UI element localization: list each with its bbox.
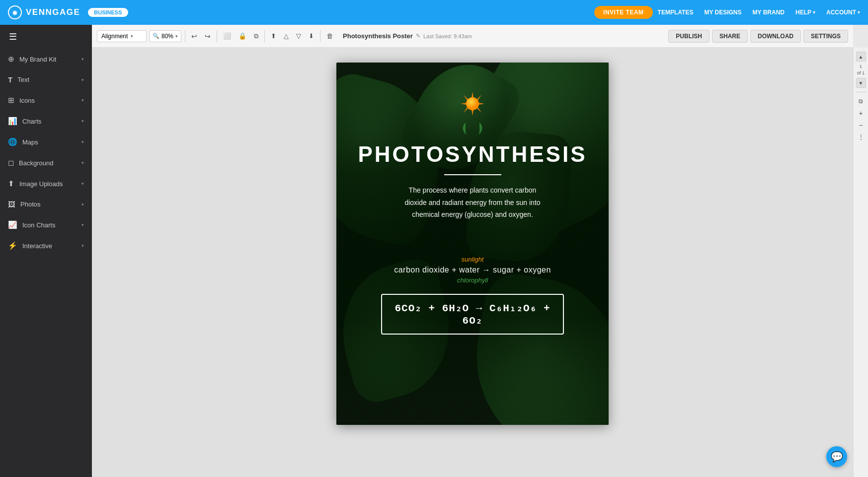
move-up-button[interactable]: △ <box>281 30 291 42</box>
alignment-select[interactable]: Alignment ▾ <box>97 30 147 42</box>
photos-icon: 🖼 <box>8 200 15 208</box>
sidebar-item-label-interactive: Interactive <box>22 242 52 250</box>
sidebar-menu-button[interactable]: ☰ <box>0 25 92 49</box>
sidebar-item-image-uploads[interactable]: ⬆ Image Uploads ▾ <box>0 173 92 194</box>
doc-title-area: Photosynthesis Poster ✎ Last Saved: 9:43… <box>343 32 472 40</box>
sidebar-item-icons[interactable]: ⊞ Icons ▾ <box>0 90 92 111</box>
logo-icon: ◉ <box>8 5 22 19</box>
nav-my-designs[interactable]: MY DESIGNS <box>704 9 741 16</box>
frame-button[interactable]: ⬜ <box>221 30 234 42</box>
more-options-button[interactable]: ⋮ <box>856 132 866 142</box>
background-icon: ◻ <box>8 158 14 167</box>
nav-my-brand[interactable]: MY BRAND <box>753 9 785 16</box>
leaf-right-svg <box>473 122 484 136</box>
charts-chevron-icon: ▾ <box>81 119 84 124</box>
share-button[interactable]: SHARE <box>712 30 748 43</box>
sidebar-item-icon-charts[interactable]: 📈 Icon Charts ▾ <box>0 214 92 235</box>
lock-button[interactable]: 🔒 <box>236 30 249 42</box>
logo-area: ◉ VENNGAGE <box>8 5 80 19</box>
alignment-chevron-icon: ▾ <box>131 34 133 39</box>
charts-icon: 📊 <box>8 117 17 126</box>
toolbar-separator-2 <box>217 30 217 42</box>
sidebar-item-label-image-uploads: Image Uploads <box>19 180 63 188</box>
help-chevron-icon: ▾ <box>813 10 815 15</box>
sun-svg <box>459 90 486 118</box>
poster-description: The process where plants convert carbon … <box>404 184 540 221</box>
page-indicator: 1 of 1 <box>857 64 865 76</box>
copy-button[interactable]: ⧉ <box>251 30 261 42</box>
zoom-select[interactable]: 🔍 80% ▾ <box>149 30 181 42</box>
sidebar-item-photos[interactable]: 🖼 Photos ▾ <box>0 194 92 214</box>
chemical-formula: 6CO₂ + 6H₂O → C₆H₁₂O₆ + 6O₂ <box>395 303 550 327</box>
svg-marker-2 <box>461 103 467 105</box>
move-bottom-button[interactable]: ⬇ <box>306 30 316 42</box>
sidebar-item-label-icons: Icons <box>19 97 35 104</box>
doc-title: Photosynthesis Poster <box>343 32 413 40</box>
page-current: 1 <box>857 64 865 70</box>
icon-charts-chevron-icon: ▾ <box>81 222 84 227</box>
toolbar: Alignment ▾ 🔍 80% ▾ ↩ ↪ ⬜ 🔒 ⧉ ⬆ △ ▽ ⬇ 🗑 … <box>92 25 853 48</box>
business-badge[interactable]: BUSINESS <box>88 8 128 17</box>
sidebar-item-charts[interactable]: 📊 Charts ▾ <box>0 111 92 132</box>
svg-marker-4 <box>464 95 468 100</box>
plant-leaves-graphic <box>461 122 484 136</box>
sidebar-item-interactive[interactable]: ⚡ Interactive ▾ <box>0 235 92 256</box>
background-chevron-icon: ▾ <box>81 160 84 165</box>
sidebar-item-background[interactable]: ◻ Background ▾ <box>0 152 92 173</box>
toolbar-separator-3 <box>264 30 265 42</box>
redo-button[interactable]: ↪ <box>202 30 213 42</box>
alignment-value: Alignment <box>101 33 128 40</box>
right-panel-separator <box>856 92 866 92</box>
svg-marker-0 <box>472 92 473 98</box>
svg-marker-6 <box>477 95 481 100</box>
formula-text: carbon dioxide + water → sugar + oxygen <box>356 266 589 274</box>
zoom-in-button[interactable]: + <box>856 108 866 118</box>
nav-templates[interactable]: TEMPLATES <box>658 9 694 16</box>
delete-button[interactable]: 🗑 <box>324 30 335 42</box>
publish-button[interactable]: PUBLISH <box>668 30 710 43</box>
icon-charts-icon: 📈 <box>8 220 17 229</box>
page-up-button[interactable]: ▲ <box>856 52 866 62</box>
chat-bubble[interactable]: 💬 <box>826 446 847 467</box>
sidebar-item-maps[interactable]: 🌐 Maps ▾ <box>0 132 92 152</box>
account-chevron-icon: ▾ <box>858 10 860 15</box>
interactive-chevron-icon: ▾ <box>81 243 84 248</box>
sidebar-item-label-text: Text <box>17 76 29 83</box>
text-icon: T <box>8 75 12 84</box>
page-down-button[interactable]: ▼ <box>856 78 866 88</box>
sidebar: ☰ ⊕ My Brand Kit ▾ T Text ▾ ⊞ Icons ▾ 📊 … <box>0 25 92 477</box>
icons-icon: ⊞ <box>8 96 14 105</box>
download-button[interactable]: DOWNLOAD <box>750 30 801 43</box>
sidebar-item-label-icon-charts: Icon Charts <box>22 221 55 229</box>
nav-help[interactable]: HELP▾ <box>795 9 815 16</box>
move-down-button[interactable]: ▽ <box>294 30 304 42</box>
right-panel: ▲ 1 of 1 ▼ ⧉ + − ⋮ <box>853 48 868 477</box>
settings-button[interactable]: SETTINGS <box>803 30 848 43</box>
sun-graphic <box>459 90 486 118</box>
edit-title-icon[interactable]: ✎ <box>416 33 420 39</box>
image-uploads-icon: ⬆ <box>8 179 14 188</box>
sidebar-item-label-charts: Charts <box>22 118 41 125</box>
sidebar-item-label-brand-kit: My Brand Kit <box>19 56 56 63</box>
zoom-out-button[interactable]: − <box>856 120 866 130</box>
sidebar-item-brand-kit[interactable]: ⊕ My Brand Kit ▾ <box>0 49 92 69</box>
poster-divider <box>444 174 501 175</box>
move-top-button[interactable]: ⬆ <box>268 30 279 42</box>
sunlight-label: sunlight <box>356 256 589 263</box>
poster-title: PHOTOSYNTHESIS <box>358 142 587 166</box>
svg-marker-7 <box>464 107 468 113</box>
toolbar-separator-4 <box>320 30 320 42</box>
zoom-search-icon: 🔍 <box>153 33 159 39</box>
chlorophyll-label: chlorophyll <box>356 276 589 284</box>
svg-point-8 <box>466 97 479 110</box>
undo-button[interactable]: ↩ <box>189 30 200 42</box>
leaf-left-svg <box>461 122 472 136</box>
interactive-icon: ⚡ <box>8 241 17 250</box>
invite-team-button[interactable]: INVITE TEAM <box>594 6 653 19</box>
copy-page-button[interactable]: ⧉ <box>856 96 866 106</box>
page-total: of 1 <box>857 70 865 76</box>
poster[interactable]: PHOTOSYNTHESIS The process where plants … <box>336 63 609 425</box>
nav-links: TEMPLATES MY DESIGNS MY BRAND HELP▾ ACCO… <box>658 9 860 16</box>
nav-account[interactable]: ACCOUNT▾ <box>826 9 860 16</box>
sidebar-item-text[interactable]: T Text ▾ <box>0 69 92 90</box>
